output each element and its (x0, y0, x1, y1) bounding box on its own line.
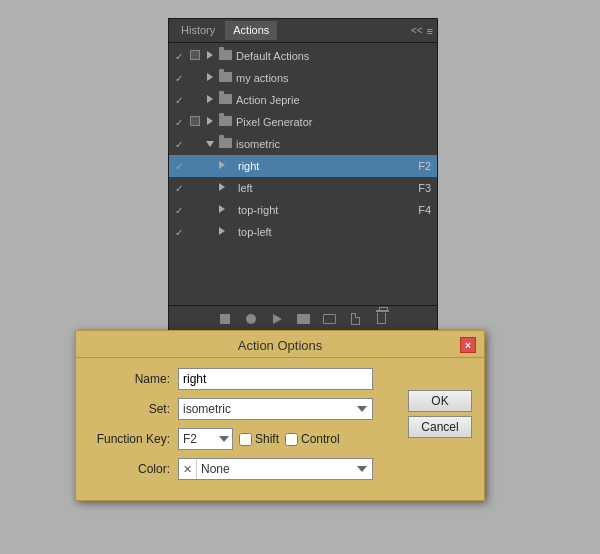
shift-checkbox-label: Shift (239, 432, 279, 446)
open-folder-button[interactable] (294, 310, 312, 328)
dialog-buttons: OK Cancel (408, 390, 472, 438)
panel-collapse-btn[interactable]: << (411, 25, 423, 36)
color-label: Color: (88, 462, 178, 476)
expand-left[interactable] (203, 183, 219, 193)
ok-button[interactable]: OK (408, 390, 472, 412)
label-default: Default Actions (233, 50, 435, 62)
action-row-pixel-generator[interactable]: ✓ Pixel Generator (169, 111, 437, 133)
dialog-title: Action Options (100, 338, 460, 353)
name-label: Name: (88, 372, 178, 386)
label-isometric: isometric (233, 138, 435, 150)
folder-pixel (217, 116, 233, 128)
set-select[interactable]: isometric (178, 398, 373, 420)
expand-default[interactable] (203, 51, 217, 61)
folder-default (217, 50, 233, 62)
check-pixel: ✓ (171, 117, 187, 128)
check-top-right: ✓ (171, 205, 187, 216)
shift-checkbox[interactable] (239, 433, 252, 446)
panel-controls: << ≡ (411, 25, 433, 37)
set-label: Set: (88, 402, 178, 416)
fkey-select[interactable]: F2 F3 F4 F5 (178, 428, 233, 450)
folder-jeprie (217, 94, 233, 106)
dialog-titlebar: Action Options × (76, 331, 484, 358)
square-pixel (187, 116, 203, 128)
action-row-left[interactable]: ✓ left F3 (169, 177, 437, 199)
action-row-top-right[interactable]: ✓ top-right F4 (169, 199, 437, 221)
check-jeprie: ✓ (171, 95, 187, 106)
stop-icon (220, 314, 230, 324)
action-row-right[interactable]: ✓ right F2 (169, 155, 437, 177)
label-left: left (235, 182, 411, 194)
new-action-icon (351, 313, 360, 325)
play-button[interactable] (268, 310, 286, 328)
panel-tabs: History Actions (173, 21, 277, 40)
label-jeprie: Action Jeprie (233, 94, 435, 106)
square-default (187, 50, 203, 62)
expand-isometric[interactable] (203, 139, 217, 149)
action-options-dialog: Action Options × OK Cancel Name: Set: is… (75, 330, 485, 501)
empty-space (169, 243, 437, 303)
actions-panel: History Actions << ≡ ✓ Default Actions ✓ (168, 18, 438, 332)
expand-jeprie[interactable] (203, 95, 217, 105)
panel-tab-bar: History Actions << ≡ (169, 19, 437, 43)
record-icon (246, 314, 256, 324)
action-row-my-actions[interactable]: ✓ my actions (169, 67, 437, 89)
control-checkbox[interactable] (285, 433, 298, 446)
tab-history[interactable]: History (173, 21, 223, 40)
shortcut-top-right: F4 (411, 204, 435, 216)
check-default: ✓ (171, 51, 187, 62)
panel-toolbar (169, 305, 437, 331)
delete-button[interactable] (372, 310, 390, 328)
check-my: ✓ (171, 73, 187, 84)
expand-my[interactable] (203, 73, 217, 83)
label-right: right (235, 160, 411, 172)
label-top-right: top-right (235, 204, 411, 216)
check-right: ✓ (171, 161, 187, 172)
action-row-default-actions[interactable]: ✓ Default Actions (169, 45, 437, 67)
shortcut-right: F2 (411, 160, 435, 172)
action-row-isometric[interactable]: ✓ isometric (169, 133, 437, 155)
color-select-wrapper: ✕ None Red Orange Yellow Green Blue Viol… (178, 458, 373, 480)
record-button[interactable] (242, 310, 260, 328)
folder-isometric (217, 138, 233, 150)
action-list: ✓ Default Actions ✓ my actions ✓ Action … (169, 43, 437, 305)
cancel-button[interactable]: Cancel (408, 416, 472, 438)
check-left: ✓ (171, 183, 187, 194)
color-x-icon: ✕ (179, 459, 197, 479)
check-top-left: ✓ (171, 227, 187, 238)
stop-button[interactable] (216, 310, 234, 328)
new-set-icon (323, 314, 336, 324)
check-isometric: ✓ (171, 139, 187, 150)
panel-menu-btn[interactable]: ≡ (427, 25, 433, 37)
dialog-body: OK Cancel Name: Set: isometric Function … (76, 358, 484, 500)
color-select[interactable]: None Red Orange Yellow Green Blue Violet… (197, 459, 372, 479)
trash-icon (377, 313, 386, 324)
fkey-label: Function Key: (88, 432, 178, 446)
label-pixel: Pixel Generator (233, 116, 435, 128)
action-row-action-jeprie[interactable]: ✓ Action Jeprie (169, 89, 437, 111)
control-checkbox-label: Control (285, 432, 340, 446)
expand-right[interactable] (203, 161, 219, 171)
shortcut-left: F3 (411, 182, 435, 194)
dialog-close-button[interactable]: × (460, 337, 476, 353)
expand-pixel[interactable] (203, 117, 217, 127)
folder-my (217, 72, 233, 84)
tab-actions[interactable]: Actions (225, 21, 277, 40)
name-row: Name: (88, 368, 472, 390)
name-input[interactable] (178, 368, 373, 390)
label-my: my actions (233, 72, 435, 84)
expand-top-left[interactable] (203, 227, 219, 237)
play-icon (273, 314, 282, 324)
expand-top-right[interactable] (203, 205, 219, 215)
new-action-button[interactable] (346, 310, 364, 328)
color-row: Color: ✕ None Red Orange Yellow Green Bl… (88, 458, 472, 480)
new-set-button[interactable] (320, 310, 338, 328)
open-folder-icon (297, 314, 310, 324)
action-row-top-left[interactable]: ✓ top-left (169, 221, 437, 243)
label-top-left: top-left (235, 226, 411, 238)
